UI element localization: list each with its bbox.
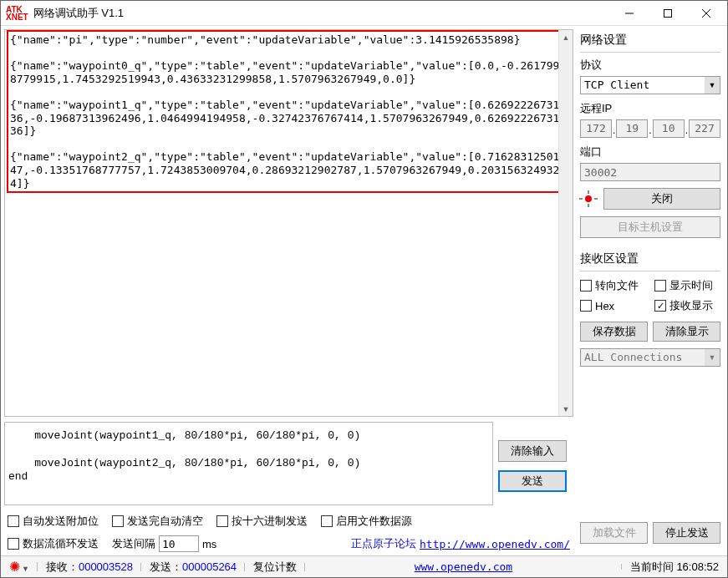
show-time-checkbox[interactable] [654, 280, 666, 292]
app-logo: ATKXNET [6, 6, 28, 21]
send-count-value: 000005264 [182, 560, 237, 573]
scroll-up-icon[interactable]: ▲ [559, 30, 573, 44]
target-host-settings-button: 目标主机设置 [580, 216, 720, 238]
port-input[interactable] [580, 163, 720, 181]
recv-show-checkbox[interactable]: ✓ [654, 300, 666, 312]
stop-send-button[interactable]: 停止发送 [653, 522, 720, 544]
time-value: 16:08:52 [676, 560, 719, 573]
time-label: 当前时间 [630, 560, 677, 573]
to-file-checkbox[interactable] [580, 280, 592, 292]
gear-icon[interactable]: ✺ [9, 560, 20, 574]
send-button[interactable]: 发送 [498, 470, 567, 492]
scroll-down-icon[interactable]: ▼ [559, 402, 573, 416]
dropdown-arrow-icon[interactable]: ▼ [22, 565, 29, 573]
remote-ip-label: 远程IP [580, 101, 720, 116]
maximize-button[interactable] [649, 2, 687, 25]
chevron-down-icon[interactable]: ▼ [705, 349, 720, 366]
website-link[interactable]: www.openedv.com [415, 560, 512, 573]
window-title: 网络调试助手 V1.1 [33, 6, 610, 21]
scrollbar-vertical[interactable]: ▲ ▼ [558, 30, 573, 416]
auto-send-append-checkbox[interactable] [8, 515, 19, 527]
show-time-label: 显示时间 [669, 278, 713, 293]
hex-checkbox[interactable] [580, 300, 592, 312]
chevron-down-icon[interactable]: ▼ [705, 77, 720, 94]
connection-status-icon [580, 192, 597, 205]
auto-clear-after-send-checkbox[interactable] [112, 515, 124, 527]
clear-display-button[interactable]: 清除显示 [653, 322, 720, 342]
load-file-button: 加载文件 [580, 522, 648, 544]
clear-input-button[interactable]: 清除输入 [498, 440, 567, 462]
reset-count-button[interactable]: 复位计数 [253, 560, 297, 573]
forum-link[interactable]: http://www.openedv.com/ [420, 538, 570, 550]
send-area[interactable]: moveJoint(waypoint1_q, 80/180*pi, 60/180… [4, 422, 493, 505]
remote-ip-input[interactable]: 172. 19. 10. 227 [580, 119, 720, 138]
close-connection-button[interactable]: 关闭 [603, 188, 720, 210]
protocol-label: 协议 [580, 58, 720, 73]
receive-area: {"name":"pi","type":"number","event":"up… [4, 29, 573, 417]
svg-rect-1 [664, 9, 672, 17]
network-settings-title: 网络设置 [580, 31, 720, 49]
interval-unit: ms [202, 538, 216, 550]
send-as-hex-checkbox[interactable] [216, 515, 228, 527]
protocol-combobox[interactable]: TCP Client ▼ [580, 76, 720, 94]
to-file-label: 转向文件 [595, 278, 639, 293]
interval-label: 发送间隔 [112, 536, 155, 551]
minimize-button[interactable] [610, 2, 649, 25]
recv-count-value: 000003528 [79, 560, 133, 573]
connection-filter-combobox[interactable]: ALL Connections ▼ [580, 348, 720, 367]
forum-label: 正点原子论坛 [351, 536, 416, 551]
hex-label: Hex [595, 300, 614, 312]
loop-send-checkbox[interactable] [8, 538, 19, 550]
enable-file-source-checkbox[interactable] [321, 515, 333, 527]
recv-show-label: 接收显示 [669, 298, 713, 313]
recv-count-label: 接收： [46, 560, 79, 573]
close-button[interactable] [687, 2, 725, 25]
save-data-button[interactable]: 保存数据 [580, 322, 648, 342]
receive-settings-title: 接收区设置 [580, 250, 720, 268]
port-label: 端口 [580, 144, 720, 160]
interval-input[interactable] [159, 535, 199, 552]
send-count-label: 发送： [150, 560, 182, 573]
